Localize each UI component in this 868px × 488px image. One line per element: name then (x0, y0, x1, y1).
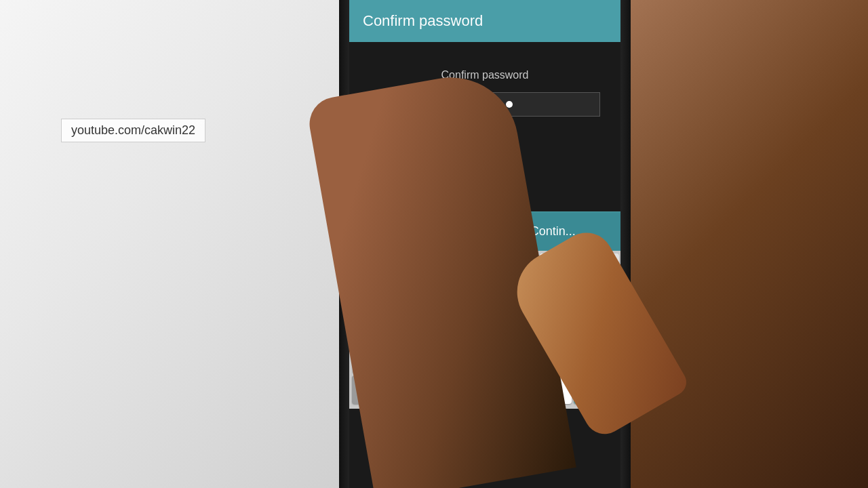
watermark: youtube.com/cakwin22 (61, 119, 205, 142)
bg-left: youtube.com/cakwin22 (0, 0, 339, 488)
title-bar: Confirm password (349, 0, 620, 42)
dialog-title: Confirm password (363, 12, 483, 30)
